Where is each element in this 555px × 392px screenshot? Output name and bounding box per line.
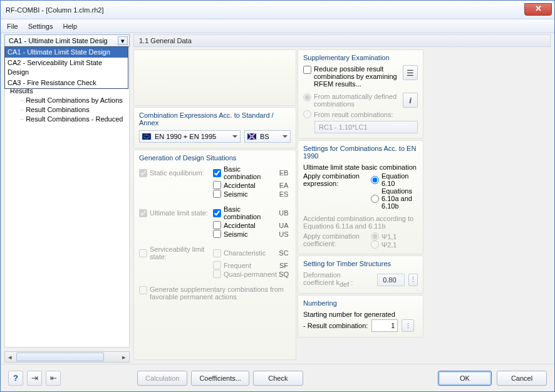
deformation-coef-label: Deformation coefficient kdef : [303,271,370,288]
eq610-radio-row: Equation 6.10 [371,172,418,187]
ua-accidental-check[interactable]: Accidental [213,221,277,229]
tree-result-combinations[interactable]: Result Combinations [8,105,127,115]
body-row: CA1 - Ultimate Limit State Desig ▾ CA1 -… [1,33,554,364]
eq610ab-radio[interactable] [371,195,379,203]
ea-accidental-check[interactable]: Accidental [213,181,277,189]
info-icon[interactable]: i [403,93,418,108]
window-title: RF-COMBI - [Column 1.clm.rh2] [6,6,103,14]
numbering-pick-icon[interactable]: ⋮ [402,319,414,332]
generate-supplementary-check[interactable]: Generate supplementary combinations from… [139,286,291,301]
case-combo[interactable]: CA1 - Ultimate Limit State Desig ▾ [4,34,130,47]
eu-flag-icon [142,133,151,140]
code-ua: UA [277,222,291,229]
result-combo-select[interactable]: RC1 - 1.10*LC1 [314,121,418,133]
supplementary-exam-pane: Supplementary Examination Reduce possibl… [298,49,423,139]
numbering-pane: Numbering Starting number for generated … [298,295,423,338]
menu-bar: File Settings Help [1,19,554,33]
from-auto-radio[interactable] [303,93,311,101]
eb-basic-check[interactable]: Basic combination [213,165,277,180]
scroll-right-icon: ▸ [119,352,129,362]
standard-select[interactable]: EN 1990 + EN 1995 [139,130,241,143]
window-close-button[interactable]: ✕ [524,3,552,16]
annex-select-text: BS [260,133,269,140]
app-window: RF-COMBI - [Column 1.clm.rh2] ✕ File Set… [0,0,555,392]
scroll-thumb[interactable] [16,353,104,361]
code-sq: SQ [277,271,291,278]
tree-results-by-actions[interactable]: Result Combinations by Actions [8,96,127,105]
code-ea: EA [277,182,291,189]
menu-settings[interactable]: Settings [28,23,53,30]
cancel-button[interactable]: Cancel [497,371,547,386]
chevron-down-icon [232,135,237,138]
calculation-button[interactable]: Calculation [137,371,187,386]
left-column: CA1 - Ultimate Limit State Desig ▾ CA1 -… [4,34,130,363]
right-column: 1.1 General Data Combination Expressions… [133,34,551,363]
reduce-results-check[interactable]: Reduce possible result combinations by e… [303,65,400,88]
settings-en1990-pane: Settings for Combinations Acc. to EN 199… [298,140,423,254]
uls-check[interactable]: Ultimate limit state: [139,209,213,217]
ub-basic-check[interactable]: Basic combination [213,205,277,220]
footer-bar: ? ⇥ ⇤ Calculation Coefficients... Check … [1,364,554,391]
sf-frequent-check[interactable]: Frequent [213,261,277,269]
code-eb: EB [277,169,291,177]
kdef-pick-icon[interactable]: ⋮ [408,274,418,286]
static-equilibrium-check[interactable]: Static equilibrium: [139,169,213,177]
ok-button[interactable]: OK [438,371,492,386]
supplementary-exam-header: Supplementary Examination [303,54,418,61]
code-es: ES [277,190,291,198]
settings-en1990-header: Settings for Combinations Acc. to EN 199… [303,145,418,160]
coefficients-button[interactable]: Coefficients... [191,371,249,386]
scroll-left-icon: ◂ [5,352,15,362]
us-seismic-check[interactable]: Seismic [213,230,277,238]
empty-pane [133,49,296,106]
case-option-ca1[interactable]: CA1 - Ultimate Limit State Design [5,47,128,58]
case-option-ca2[interactable]: CA2 - Serviceability Limit State Design [5,58,128,78]
sq-quasi-check[interactable]: Quasi-permanent [213,270,277,278]
timber-pane: Setting for Timber Structures Deformatio… [298,255,423,294]
start-number-input[interactable]: 1 [371,319,398,332]
tree-results-reduced[interactable]: Result Combinations - Reduced [8,115,127,124]
title-bar: RF-COMBI - [Column 1.clm.rh2] ✕ [1,1,554,19]
content-col-a: Combination Expressions Acc. to Standard… [133,49,296,360]
combination-expr-header: Combination Expressions Acc. to Standard… [139,111,291,126]
code-ub: UB [277,209,291,217]
psi11-radio[interactable] [371,232,379,240]
code-sc: SC [277,249,291,257]
annex-select[interactable]: BS [244,130,291,143]
content-area: Combination Expressions Acc. to Standard… [133,47,551,363]
sc-characteristic-check[interactable]: Characteristic [213,249,277,257]
standard-select-text: EN 1990 + EN 1995 [155,133,216,140]
apply-coef-label: Apply combination coefficient: [303,232,366,249]
case-dropdown: CA1 - Ultimate Limit State Design CA2 - … [4,46,128,89]
from-result-radio[interactable] [303,110,311,118]
export-icon[interactable]: ⇤ [46,371,61,386]
apply-expression-label: Apply combination expression: [303,172,366,210]
numbering-line1: Starting number for generated [303,311,418,318]
timber-header: Setting for Timber Structures [303,260,418,267]
content-empty-right [425,49,551,360]
chevron-down-icon: ▾ [118,36,128,45]
tree-hscroll[interactable]: ◂ ▸ [4,351,130,363]
uk-flag-icon [247,133,256,140]
chevron-down-icon [283,135,288,138]
menu-help[interactable]: Help [63,23,77,30]
es-seismic-check[interactable]: Seismic [213,190,277,198]
kdef-select[interactable]: 0.80 [377,274,405,286]
sls-check[interactable]: Serviceability limit state: [139,245,213,260]
menu-file[interactable]: File [7,23,18,30]
nav-tree-container: Actions Action Categories Results Result… [4,47,130,348]
eq610-radio[interactable] [371,176,379,184]
result-combo-text: RC1 - 1.10*LC1 [319,123,368,131]
list-icon[interactable]: ☰ [403,65,418,80]
import-icon[interactable]: ⇥ [27,371,42,386]
code-us: US [277,230,291,238]
psi21-radio[interactable] [371,240,379,249]
combination-expr-pane: Combination Expressions Acc. to Standard… [133,107,296,148]
help-button[interactable]: ? [8,371,23,386]
content-col-b: Supplementary Examination Reduce possibl… [298,49,423,360]
code-sf: SF [277,262,291,269]
uls-basic-label: Ultimate limit state basic combination [303,163,418,171]
check-button[interactable]: Check [253,371,303,386]
case-option-ca3[interactable]: CA3 - Fire Resistance Check [5,78,128,88]
design-situations-header: Generation of Design Situations [139,154,291,162]
